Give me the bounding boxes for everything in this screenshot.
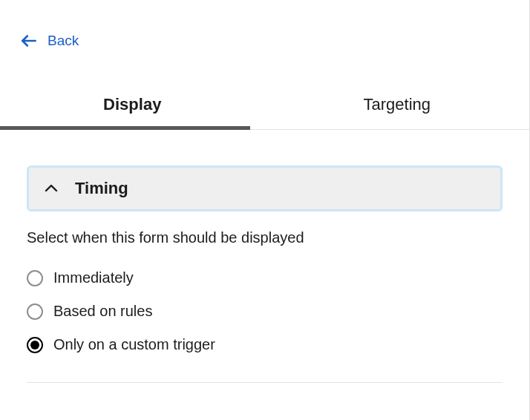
radio-group-timing: Immediately Based on rules Only on a cus… <box>27 261 503 361</box>
radio-icon <box>27 303 43 320</box>
section-title: Timing <box>75 179 128 198</box>
radio-label: Based on rules <box>53 303 152 320</box>
tab-targeting[interactable]: Targeting <box>265 82 530 129</box>
radio-option-immediately[interactable]: Immediately <box>27 261 503 295</box>
radio-option-custom-trigger[interactable]: Only on a custom trigger <box>27 328 503 361</box>
radio-label: Only on a custom trigger <box>53 336 215 353</box>
tab-label: Display <box>103 95 161 114</box>
radio-icon <box>27 270 43 286</box>
back-link[interactable]: Back <box>0 0 79 50</box>
tab-label: Targeting <box>363 95 431 114</box>
divider <box>27 382 503 383</box>
tab-display[interactable]: Display <box>0 82 265 129</box>
back-label: Back <box>48 33 79 49</box>
content-area: Timing Select when this form should be d… <box>0 130 529 383</box>
arrow-left-icon <box>19 31 39 50</box>
radio-label: Immediately <box>53 269 134 286</box>
radio-icon <box>27 337 43 353</box>
tabs: Display Targeting <box>0 82 529 130</box>
chevron-up-icon <box>42 180 60 197</box>
radio-option-based-on-rules[interactable]: Based on rules <box>27 295 503 328</box>
section-header-timing[interactable]: Timing <box>27 165 503 211</box>
section-subtitle: Select when this form should be displaye… <box>27 229 503 246</box>
